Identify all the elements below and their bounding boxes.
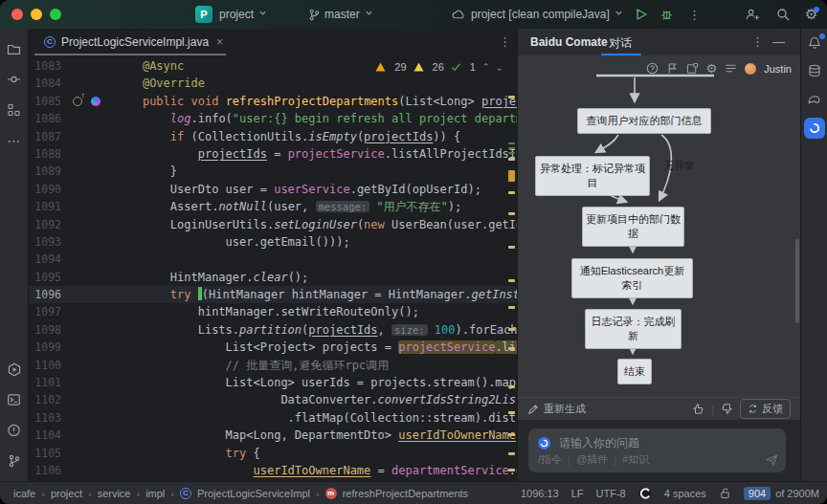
close-tab-icon[interactable]: × <box>216 35 223 49</box>
panel-options-kebab[interactable]: ⋮ <box>751 34 764 49</box>
error-stripe[interactable] <box>507 29 517 481</box>
more-actions-kebab[interactable]: ⋮ <box>688 8 701 22</box>
minimize-window-button[interactable] <box>31 9 42 20</box>
gutter <box>61 339 115 356</box>
chat-input[interactable] <box>557 435 752 450</box>
layout-icon[interactable] <box>686 62 699 75</box>
code-editor[interactable]: 1083 @Async1084 @Override1085↑ public vo… <box>29 57 517 479</box>
copilot-status-icon[interactable] <box>638 487 652 500</box>
inspections-widget[interactable]: 29 26 1 ⌃ ⌃ <box>375 61 503 73</box>
thumbs-up-button[interactable] <box>692 403 704 415</box>
database-tool-button[interactable] <box>806 62 823 79</box>
debug-button[interactable] <box>660 8 673 21</box>
problems-tool-button[interactable] <box>6 422 23 439</box>
search-everywhere-button[interactable] <box>776 8 790 21</box>
settings-gear-button[interactable]: ⚙ <box>805 6 817 23</box>
code-line[interactable]: 1106 userIdToOwnerName = departmentServi… <box>29 462 517 479</box>
panel-scrollbar[interactable] <box>795 239 799 323</box>
line-separator[interactable]: LF <box>571 488 584 499</box>
code-line[interactable]: 1100 // 批量查询,避免循环rpc调用 <box>29 357 517 374</box>
code-line[interactable]: 1086 log.info("user:{} begin refresh all… <box>29 110 517 127</box>
username: Justin <box>764 63 792 75</box>
code-line[interactable]: 1084 @Override <box>29 75 517 92</box>
code-line[interactable]: 1101 List<Long> userIds = projects.strea… <box>29 374 517 391</box>
left-tool-stripe: ⋯ <box>0 29 29 481</box>
history-icon[interactable] <box>725 63 737 74</box>
services-tool-button[interactable] <box>6 361 23 378</box>
line-number: 1104 <box>29 427 61 444</box>
code-line[interactable]: 1091 Assert.notNull(user, message: "用户不存… <box>29 198 517 215</box>
stripe-mark <box>508 152 515 154</box>
tab-projectlogicserviceimpl[interactable]: C ProjectLogicServiceImpl.java × <box>34 29 233 55</box>
thumbs-down-button[interactable] <box>721 403 733 415</box>
code-line[interactable]: 1102 DataConverter.convertIdsString2List… <box>29 391 517 408</box>
add-user-button[interactable] <box>746 8 760 21</box>
git-tool-button[interactable] <box>6 452 23 470</box>
line-number: 1094 <box>29 251 61 268</box>
knowledge-hint[interactable]: #知识 <box>622 452 649 467</box>
code-line[interactable]: 1097 hintManager.setWriteRouteOnly(); <box>29 303 517 320</box>
breadcrumb[interactable]: icafe› project› service› impl› C Project… <box>13 488 468 499</box>
code-line[interactable]: 1096 try (HintManager hintManager = Hint… <box>29 286 517 303</box>
code-line[interactable]: 1088 projectIds = projectService.listAll… <box>29 145 517 163</box>
code-line[interactable]: 1104 Map<Long, DepartmentDto> userIdToOw… <box>29 427 517 444</box>
memory-indicator-used[interactable]: 904 <box>744 487 771 500</box>
settings-icon[interactable]: ⚙ <box>706 61 718 76</box>
plugin-hint[interactable]: @插件 <box>576 452 608 467</box>
close-window-button[interactable] <box>11 9 23 20</box>
gradle-tool-button[interactable] <box>806 90 823 107</box>
stripe-mark <box>508 147 515 149</box>
tab-conversation[interactable]: 对话 <box>609 35 632 52</box>
chevron-down-icon <box>258 9 267 17</box>
stripe-mark <box>508 158 515 161</box>
code-line[interactable]: 1089 } <box>29 163 517 180</box>
send-button[interactable] <box>766 454 778 466</box>
project-selector[interactable]: project <box>219 8 267 21</box>
code-line[interactable]: 1093 user.getEmail())); <box>29 233 517 251</box>
gutter <box>61 181 115 198</box>
terminal-tool-button[interactable] <box>6 391 23 408</box>
code-line[interactable]: 1098 Lists.partition(projectIds, size: 1… <box>29 321 517 339</box>
indent-setting[interactable]: 4 spaces <box>664 488 706 499</box>
command-hint[interactable]: /指令 <box>538 452 562 467</box>
more-tools-button[interactable]: ⋯ <box>6 132 23 149</box>
guide-icon[interactable] <box>666 62 679 75</box>
file-encoding[interactable]: UTF-8 <box>596 488 626 499</box>
code-line[interactable]: 1085↑ public void refreshProjectDepartme… <box>29 93 517 110</box>
help-icon[interactable] <box>646 62 659 75</box>
editor-area[interactable]: C ProjectLogicServiceImpl.java × ⋮ 29 26… <box>29 29 517 481</box>
branch-selector[interactable]: master <box>324 8 373 21</box>
notifications-bell-button[interactable] <box>806 34 823 52</box>
hide-panel-button[interactable]: — <box>772 34 785 49</box>
commit-tool-button[interactable] <box>6 71 23 88</box>
code-line[interactable]: 1090 UserDto user = userService.getById(… <box>29 181 517 198</box>
code-text: LoginUserUtils.setLoginUser(new UserBean… <box>115 216 517 233</box>
project-tool-button[interactable] <box>6 40 23 57</box>
regenerate-button[interactable]: 重新生成 <box>527 402 586 416</box>
class-icon: C <box>180 488 191 499</box>
code-line[interactable]: 1095 HintManager.clear(); <box>29 269 517 286</box>
run-button[interactable] <box>636 9 647 20</box>
code-line[interactable]: 1087 if (CollectionUtils.isEmpty(project… <box>29 128 517 145</box>
code-line[interactable]: 1099 List<Project> projects = projectSer… <box>29 339 517 356</box>
code-line[interactable]: 1094 <box>29 251 517 268</box>
right-tool-stripe <box>800 29 827 481</box>
next-problem-chevron[interactable]: ⌃ <box>496 62 503 72</box>
code-line[interactable]: 1105 try { <box>29 445 517 462</box>
prev-problem-chevron[interactable]: ⌃ <box>482 62 490 72</box>
overrides-method-icon[interactable]: ↑ <box>73 97 82 106</box>
line-number: 1105 <box>29 445 61 462</box>
avatar[interactable] <box>745 63 756 75</box>
lock-icon[interactable] <box>719 487 731 499</box>
chat-input-box[interactable]: /指令 | @插件 | #知识 <box>528 428 786 472</box>
code-line[interactable]: 1092 LoginUserUtils.setLoginUser(new Use… <box>29 216 517 233</box>
code-text: projectIds = projectService.listAllProje… <box>115 145 517 163</box>
comate-tool-button-active[interactable] <box>804 118 825 139</box>
run-configuration-selector[interactable]: project [clean compileJava] <box>471 8 623 21</box>
zoom-window-button[interactable] <box>50 9 61 20</box>
structure-tool-button[interactable] <box>6 101 23 119</box>
feedback-button[interactable]: 反馈 <box>740 399 791 419</box>
caret-position[interactable]: 1096:13 <box>521 488 559 499</box>
code-line[interactable]: 1103 .flatMap(Collection::stream).distin… <box>29 409 517 427</box>
ai-assistant-gutter-icon[interactable] <box>91 97 101 106</box>
